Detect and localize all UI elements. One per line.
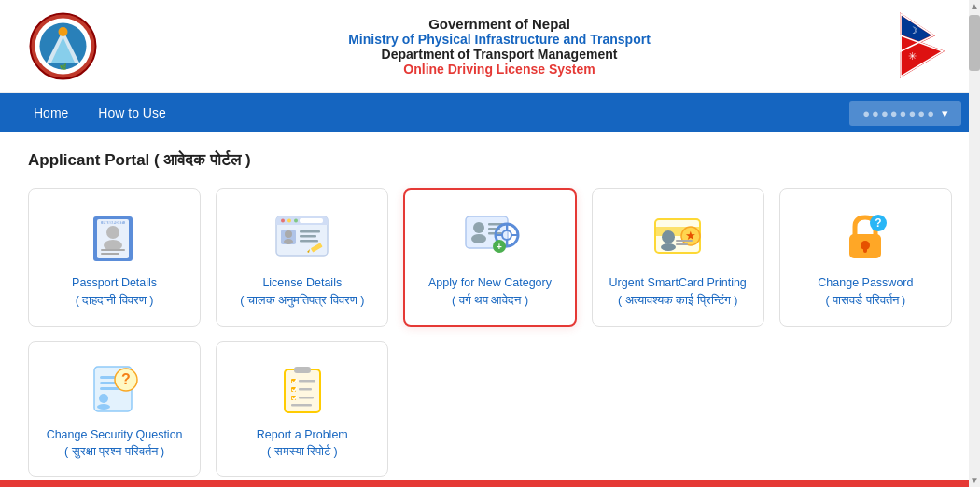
card-passport-details[interactable]: PASSPORT Passport Details ( दाहदानी विवर… (28, 188, 201, 327)
scroll-down-arrow[interactable]: ▼ (969, 474, 980, 487)
svg-point-5 (59, 27, 68, 36)
svg-point-26 (294, 218, 298, 222)
apply-category-icon: + (457, 209, 523, 265)
cards-row2: ? Change Security Question ( सुरक्षा प्र… (28, 341, 952, 478)
dept-title: Department of Transport Management (103, 47, 896, 62)
svg-rect-56 (676, 240, 693, 242)
svg-text:🌿: 🌿 (60, 63, 67, 71)
card-license-label: License Details ( चालक अनुमतिपत्र विवरण … (240, 274, 364, 310)
svg-rect-60 (863, 245, 867, 253)
card-license-details[interactable]: License Details ( चालक अनुमतिपत्र विवरण … (216, 188, 388, 327)
svg-text:?: ? (121, 371, 131, 387)
svg-rect-84 (299, 397, 314, 399)
nav-right: ●●●●●●●● ▾ (849, 101, 961, 126)
card-password-label: Change Password ( पासवर्ड परिवर्तन ) (818, 274, 913, 310)
svg-point-30 (284, 239, 293, 244)
svg-rect-76 (299, 380, 315, 383)
report-icon (270, 361, 335, 417)
ministry-title: Ministry of Physical Infrastructure and … (103, 32, 896, 47)
card-security-question[interactable]: ? Change Security Question ( सुरक्षा प्र… (28, 341, 201, 478)
smartcard-icon: ★ (645, 209, 710, 265)
svg-rect-18 (101, 253, 119, 255)
svg-rect-31 (300, 230, 320, 233)
svg-rect-57 (676, 244, 688, 245)
cards-row1: PASSPORT Passport Details ( दाहदानी विवर… (28, 188, 952, 327)
svg-text:+: + (497, 242, 502, 252)
navbar: Home How to Use ●●●●●●●● ▾ (0, 93, 980, 132)
bottom-bar (0, 480, 980, 487)
password-icon: ? (833, 209, 898, 265)
scrollbar[interactable]: ▲ ▼ (969, 0, 980, 487)
svg-text:PASSPORT: PASSPORT (103, 220, 123, 225)
card-report-label: Report a Problem ( समस्या रिपोर्ट ) (257, 426, 348, 462)
nepal-emblem: 🌿 (28, 11, 103, 81)
svg-point-38 (471, 234, 486, 244)
user-dropdown-button[interactable]: ●●●●●●●● ▾ (849, 101, 961, 126)
card-security-label: Change Security Question ( सुरक्षा प्रश्… (47, 426, 183, 462)
svg-point-29 (285, 230, 292, 238)
security-question-icon: ? (82, 361, 147, 417)
nav-how-to-use[interactable]: How to Use (83, 93, 180, 132)
svg-point-53 (661, 244, 676, 251)
svg-point-25 (287, 218, 291, 222)
dropdown-arrow-icon: ▾ (942, 106, 948, 120)
svg-rect-17 (101, 249, 125, 251)
svg-rect-33 (300, 240, 318, 243)
scroll-thumb[interactable] (969, 15, 980, 71)
header: 🌿 Government of Nepal Ministry of Physic… (0, 0, 980, 93)
user-name-label: ●●●●●●●● (862, 106, 936, 120)
svg-point-24 (281, 218, 285, 222)
svg-point-37 (473, 222, 484, 233)
svg-text:☽: ☽ (909, 25, 917, 35)
svg-rect-85 (291, 404, 312, 407)
passport-icon: PASSPORT (82, 209, 147, 265)
svg-text:✳: ✳ (908, 50, 917, 62)
svg-point-69 (99, 394, 108, 403)
gov-title: Government of Nepal (103, 16, 896, 32)
card-report-problem[interactable]: Report a Problem ( समस्या रिपोर्ट ) (216, 341, 388, 478)
portal-title: Applicant Portal ( आवेदक पोर्टल ) (28, 151, 952, 170)
svg-point-15 (106, 226, 119, 239)
svg-rect-27 (300, 218, 323, 223)
nepal-flag: ☽ ✳ (896, 9, 952, 83)
svg-rect-32 (300, 235, 316, 238)
nav-home[interactable]: Home (19, 93, 83, 132)
svg-text:?: ? (875, 216, 882, 230)
header-center: Government of Nepal Ministry of Physical… (103, 16, 896, 77)
card-smartcard-label: Urgent SmartCard Printing ( अत्यावश्यक क… (609, 274, 747, 310)
card-change-password[interactable]: ? Change Password ( पासवर्ड परिवर्तन ) (779, 188, 952, 327)
license-icon (270, 209, 335, 265)
svg-rect-80 (299, 388, 312, 391)
svg-point-70 (97, 404, 110, 410)
main-content: Applicant Portal ( आवेदक पोर्टल ) P (0, 132, 980, 487)
svg-point-52 (662, 230, 675, 244)
card-apply-new-category[interactable]: + Apply for New Category ( वर्ग थप आवेदन… (403, 188, 576, 327)
scroll-up-arrow[interactable]: ▲ (969, 0, 980, 13)
card-urgent-smartcard[interactable]: ★ Urgent SmartCard Printing ( अत्यावश्यक… (592, 188, 764, 327)
system-title: Online Driving License System (103, 62, 896, 77)
card-passport-label: Passport Details ( दाहदानी विवरण ) (72, 274, 157, 310)
card-apply-label: Apply for New Category ( वर्ग थप आवेदन ) (428, 274, 552, 310)
svg-rect-72 (294, 367, 311, 373)
